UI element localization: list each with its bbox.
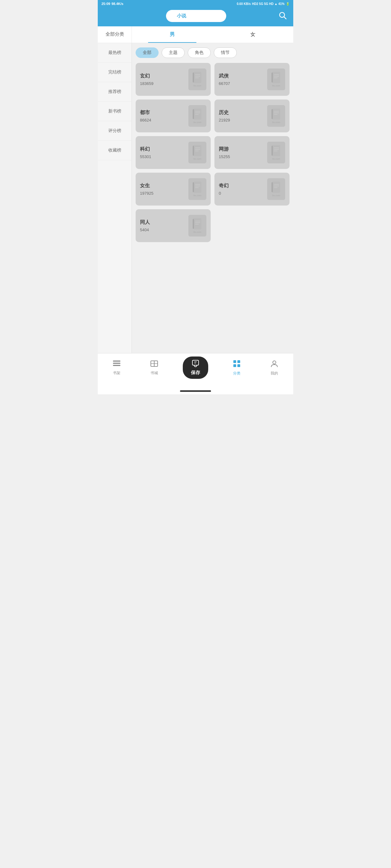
nav-bookstore[interactable]: 书城 bbox=[145, 360, 164, 376]
nav-mine-label: 我的 bbox=[271, 371, 278, 376]
network-type-label: 0.60 KB/s bbox=[237, 2, 251, 6]
category-icon bbox=[233, 360, 241, 370]
nav-bookshelf-label: 书架 bbox=[113, 370, 120, 376]
cat-card-xuanhuan[interactable]: 玄幻 183659 9x.com bbox=[136, 63, 211, 96]
svg-rect-28 bbox=[272, 146, 273, 156]
home-indicator bbox=[180, 390, 211, 392]
cat-card-kehuan[interactable]: 科幻 55301 9x.com bbox=[136, 136, 211, 169]
book-icon-qihuan: 9x.com bbox=[267, 178, 285, 200]
sidebar-item-score[interactable]: 评分榜 bbox=[98, 121, 132, 141]
svg-rect-58 bbox=[233, 364, 236, 367]
svg-rect-18 bbox=[272, 109, 273, 119]
chip-character[interactable]: 角色 bbox=[188, 48, 211, 58]
svg-rect-2 bbox=[193, 72, 201, 83]
book-icon-tongren: 9x.com bbox=[188, 215, 206, 237]
svg-rect-47 bbox=[113, 361, 120, 362]
book-icon-nvsheng: 9x.com bbox=[188, 178, 206, 200]
svg-rect-32 bbox=[193, 182, 201, 193]
cat-card-wangyou[interactable]: 网游 15255 9x.com bbox=[215, 136, 289, 169]
chip-all[interactable]: 全部 bbox=[136, 48, 159, 58]
book-icon-kehuan: 9x.com bbox=[188, 142, 206, 163]
svg-point-60 bbox=[273, 361, 276, 364]
book-icon-lishi: 9x.com bbox=[267, 105, 285, 127]
tab-female[interactable]: 女 bbox=[213, 26, 293, 43]
status-network-speed: 98.4K/s bbox=[111, 2, 123, 6]
sidebar-item-hot[interactable]: 最热榜 bbox=[98, 43, 132, 63]
svg-line-1 bbox=[284, 17, 286, 19]
sidebar-item-recommend[interactable]: 推荐榜 bbox=[98, 82, 132, 102]
cat-card-qihuan[interactable]: 奇幻 0 9x.com bbox=[215, 173, 289, 206]
status-bar: 25:09 98.4K/s 0.60 KB/s HD2 5G 5G HD ▲ 4… bbox=[98, 0, 293, 7]
chip-theme[interactable]: 主题 bbox=[162, 48, 185, 58]
svg-rect-27 bbox=[272, 145, 280, 156]
svg-rect-22 bbox=[193, 145, 201, 156]
svg-rect-8 bbox=[272, 72, 273, 83]
content-type-tabs: 小说 漫画 bbox=[166, 10, 226, 22]
svg-rect-53 bbox=[192, 360, 199, 365]
bookshelf-icon bbox=[113, 360, 121, 369]
search-icon bbox=[278, 11, 287, 20]
svg-rect-38 bbox=[272, 182, 273, 192]
chip-plot[interactable]: 情节 bbox=[214, 48, 237, 58]
sidebar: 最热榜 完结榜 推荐榜 新书榜 评分榜 收藏榜 bbox=[98, 43, 132, 353]
main-layout: 最热榜 完结榜 推荐榜 新书榜 评分榜 收藏榜 全部 主题 角色 情节 玄幻 1… bbox=[98, 43, 293, 353]
tab-manga[interactable]: 漫画 bbox=[196, 11, 225, 21]
svg-rect-43 bbox=[193, 219, 194, 229]
all-categories-label[interactable]: 全部分类 bbox=[98, 26, 132, 43]
status-time: 25:09 bbox=[102, 2, 110, 6]
cat-card-dushi[interactable]: 都市 86624 9x.com bbox=[136, 99, 211, 132]
signal-icons: HD2 5G 5G HD ▲ 41% bbox=[252, 2, 284, 6]
category-header: 全部分类 男 女 bbox=[98, 26, 293, 43]
cat-card-lishi[interactable]: 历史 21929 9x.com bbox=[215, 99, 289, 132]
svg-rect-42 bbox=[193, 218, 201, 229]
battery-icon: 🔋 bbox=[286, 2, 289, 6]
tab-male[interactable]: 男 bbox=[132, 26, 213, 43]
search-button[interactable] bbox=[277, 10, 288, 22]
save-icon bbox=[192, 360, 199, 369]
bookstore-icon bbox=[150, 360, 158, 369]
cat-card-wuxia[interactable]: 武侠 66707 9x.com bbox=[215, 63, 289, 96]
book-icon-xuanhuan: 9x.com bbox=[188, 68, 206, 90]
svg-rect-23 bbox=[193, 146, 194, 156]
svg-rect-56 bbox=[233, 360, 236, 363]
sidebar-item-newbook[interactable]: 新书榜 bbox=[98, 102, 132, 121]
svg-rect-13 bbox=[193, 109, 194, 119]
nav-category-label: 分类 bbox=[233, 371, 241, 376]
svg-rect-3 bbox=[193, 72, 194, 83]
top-nav: 小说 漫画 bbox=[98, 7, 293, 26]
svg-rect-17 bbox=[272, 108, 280, 120]
svg-rect-48 bbox=[113, 363, 120, 364]
cat-card-nvsheng[interactable]: 女生 197925 9x.com bbox=[136, 173, 211, 206]
svg-rect-7 bbox=[272, 72, 280, 83]
status-time-network: 25:09 98.4K/s bbox=[102, 2, 123, 6]
status-right-icons: 0.60 KB/s HD2 5G 5G HD ▲ 41% 🔋 bbox=[237, 2, 289, 6]
gender-tabs: 男 女 bbox=[132, 26, 293, 43]
svg-rect-59 bbox=[238, 364, 240, 367]
book-icon-wuxia: 9x.com bbox=[267, 68, 285, 90]
nav-mine[interactable]: 我的 bbox=[265, 360, 284, 376]
home-indicator-bar bbox=[98, 385, 293, 394]
filter-chips: 全部 主题 角色 情节 bbox=[136, 48, 289, 58]
svg-rect-12 bbox=[193, 108, 201, 120]
book-icon-wangyou: 9x.com bbox=[267, 142, 285, 163]
category-grid: 玄幻 183659 9x.com 武侠 66 bbox=[136, 63, 289, 242]
nav-save[interactable]: 保存 bbox=[183, 356, 208, 379]
svg-rect-49 bbox=[113, 365, 120, 366]
sidebar-item-collect[interactable]: 收藏榜 bbox=[98, 141, 132, 160]
nav-save-label: 保存 bbox=[191, 370, 200, 376]
nav-bookshelf[interactable]: 书架 bbox=[107, 360, 126, 376]
svg-rect-57 bbox=[238, 360, 240, 363]
svg-rect-33 bbox=[193, 182, 194, 192]
cat-card-tongren[interactable]: 同人 5404 9x.com bbox=[136, 209, 211, 242]
nav-category[interactable]: 分类 bbox=[227, 360, 246, 376]
nav-bookstore-label: 书城 bbox=[150, 370, 158, 376]
content-area: 全部 主题 角色 情节 玄幻 183659 bbox=[132, 43, 293, 353]
tab-novel[interactable]: 小说 bbox=[167, 11, 196, 21]
sidebar-item-complete[interactable]: 完结榜 bbox=[98, 63, 132, 82]
book-icon-dushi: 9x.com bbox=[188, 105, 206, 127]
svg-rect-37 bbox=[272, 182, 280, 193]
bottom-nav: 书架 书城 保存 bbox=[98, 353, 293, 385]
mine-icon bbox=[270, 360, 278, 370]
